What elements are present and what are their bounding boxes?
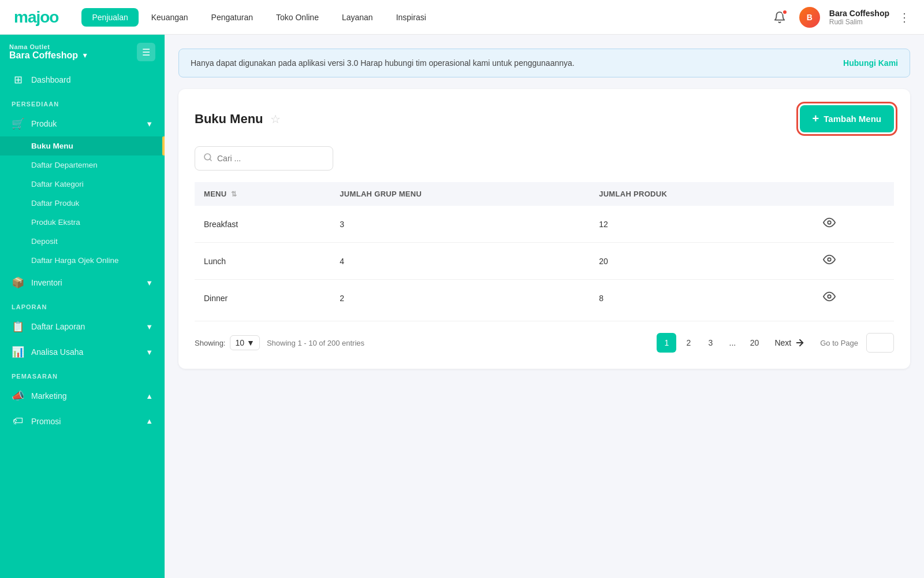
goto-input[interactable]	[866, 333, 894, 353]
add-menu-button[interactable]: + Tambah Menu	[800, 105, 894, 132]
pagination-row: Showing: 10 ▼ Showing 1 - 10 of 200 entr…	[195, 321, 894, 353]
sidebar-item-label: Dashboard	[31, 75, 71, 84]
sidebar-item-daftar-kategori[interactable]: Daftar Kategori	[0, 175, 165, 194]
sidebar-menu-icon[interactable]: ☰	[137, 43, 155, 61]
sidebar-item-dashboard[interactable]: ⊞ Dashboard	[0, 67, 165, 92]
promosi-icon: 🏷	[12, 415, 24, 427]
search-icon	[203, 153, 213, 164]
sidebar-item-daftar-harga-ojek-online[interactable]: Daftar Harga Ojek Online	[0, 251, 165, 270]
next-label: Next	[774, 338, 791, 347]
chevron-down-icon: ▼	[146, 323, 153, 331]
per-page-select[interactable]: 10 ▼	[230, 335, 259, 350]
section-laporan: LAPORAN	[0, 295, 165, 314]
dashboard-icon: ⊞	[12, 73, 24, 86]
sidebar-item-daftar-departemen[interactable]: Daftar Departemen	[0, 155, 165, 175]
per-page-value: 10	[235, 338, 244, 347]
page-title: Buku Menu	[195, 112, 263, 127]
pagination-ellipsis: ...	[722, 333, 742, 353]
view-icon[interactable]	[823, 292, 836, 305]
cell-jumlah-produk: 8	[590, 280, 813, 317]
cell-action	[814, 243, 894, 280]
page-btn-2[interactable]: 2	[679, 333, 698, 353]
svg-line-1	[210, 159, 211, 161]
cell-menu: Dinner	[195, 280, 330, 317]
menu-table: MENU ⇅ JUMLAH GRUP MENU JUMLAH PRODUK Br…	[195, 182, 894, 316]
section-persediaan: PERSEDIAAN	[0, 92, 165, 111]
sidebar-item-analisa-usaha[interactable]: 📊 Analisa Usaha ▼	[0, 339, 165, 365]
avatar[interactable]: B	[799, 7, 820, 28]
favorite-icon[interactable]: ☆	[270, 112, 281, 126]
sidebar: Nama Outlet Bara Coffeshop ▼ ☰ ⊞ Dashboa…	[0, 35, 165, 578]
chevron-down-icon: ▼	[146, 279, 153, 287]
search-input[interactable]	[217, 154, 325, 163]
plus-icon: +	[813, 112, 819, 125]
sidebar-item-label: Marketing	[31, 391, 66, 401]
main-layout: Nama Outlet Bara Coffeshop ▼ ☰ ⊞ Dashboa…	[0, 35, 924, 578]
sidebar-item-daftar-laporan[interactable]: 📋 Daftar Laporan ▼	[0, 314, 165, 339]
pagination-numbers: 123...20	[657, 333, 764, 353]
user-name: Bara Coffeshop	[829, 9, 889, 18]
main-content: Hanya dapat digunakan pada aplikasi vers…	[165, 35, 924, 578]
cell-jumlah-grup-menu: 3	[330, 206, 590, 243]
cell-action	[814, 280, 894, 317]
chevron-down-icon: ▼	[247, 338, 255, 347]
cell-menu: Lunch	[195, 243, 330, 280]
produk-icon: 🛒	[12, 117, 24, 130]
nav-item-inspirasi[interactable]: Inspirasi	[386, 8, 437, 27]
cell-jumlah-produk: 20	[590, 243, 813, 280]
col-jumlah-produk: JUMLAH PRODUK	[590, 182, 813, 206]
add-button-label: Tambah Menu	[824, 114, 881, 124]
cell-jumlah-produk: 12	[590, 206, 813, 243]
sidebar-item-produk[interactable]: 🛒 Produk ▼	[0, 111, 165, 136]
card-title-row: Buku Menu ☆	[195, 112, 281, 127]
showing-label: Showing:	[195, 339, 225, 347]
outlet-label: Nama Outlet	[9, 43, 88, 50]
inventori-icon: 📦	[12, 276, 24, 289]
nav-item-keuangan[interactable]: Keuangan	[141, 8, 199, 27]
sidebar-item-deposit[interactable]: Deposit	[0, 232, 165, 251]
col-jumlah-grup-menu: JUMLAH GRUP MENU	[330, 182, 590, 206]
topnav-right: B Bara Coffeshop Rudi Salim ⋮	[769, 7, 910, 28]
col-menu-label: MENU	[204, 190, 226, 198]
sidebar-item-marketing[interactable]: 📣 Marketing ▲	[0, 383, 165, 409]
table-row: Dinner 2 8	[195, 280, 894, 317]
page-btn-1[interactable]: 1	[657, 333, 676, 353]
cell-jumlah-grup-menu: 2	[330, 280, 590, 317]
nav-item-pengaturan[interactable]: Pengaturan	[201, 8, 263, 27]
chevron-up-icon: ▲	[146, 417, 153, 425]
sidebar-item-promosi[interactable]: 🏷 Promosi ▲	[0, 409, 165, 433]
more-options-icon[interactable]: ⋮	[899, 10, 910, 24]
nav-item-toko online[interactable]: Toko Online	[266, 8, 329, 27]
view-icon[interactable]	[823, 255, 836, 268]
cell-jumlah-grup-menu: 4	[330, 243, 590, 280]
goto-label: Go to Page	[820, 339, 858, 347]
outlet-name[interactable]: Bara Coffeshop ▼	[9, 50, 88, 61]
view-icon[interactable]	[823, 218, 836, 231]
topnav: majoo PenjualanKeuanganPengaturanToko On…	[0, 0, 924, 35]
laporan-icon: 📋	[12, 320, 24, 333]
page-btn-20[interactable]: 20	[744, 333, 764, 353]
chevron-up-icon: ▲	[146, 392, 153, 401]
col-menu[interactable]: MENU ⇅	[195, 182, 330, 206]
chevron-down-icon: ▼	[81, 51, 88, 60]
sidebar-item-produk-ekstra[interactable]: Produk Ekstra	[0, 213, 165, 232]
page-btn-3[interactable]: 3	[701, 333, 720, 353]
card-header: Buku Menu ☆ + Tambah Menu	[195, 105, 894, 132]
table-row: Breakfast 3 12	[195, 206, 894, 243]
nav-item-penjualan[interactable]: Penjualan	[81, 8, 138, 27]
svg-point-4	[828, 295, 831, 298]
sidebar-item-buku-menu[interactable]: Buku Menu	[0, 136, 165, 155]
table-header-row: MENU ⇅ JUMLAH GRUP MENU JUMLAH PRODUK	[195, 182, 894, 206]
user-sub: Rudi Salim	[829, 18, 889, 26]
notification-icon[interactable]	[769, 7, 790, 28]
search-row	[195, 146, 894, 171]
info-banner-text: Hanya dapat digunakan pada aplikasi vers…	[191, 58, 575, 68]
nav-item-layanan[interactable]: Layanan	[331, 8, 383, 27]
outlet-selector: Nama Outlet Bara Coffeshop ▼ ☰	[0, 35, 165, 67]
chevron-down-icon: ▼	[146, 120, 153, 128]
marketing-icon: 📣	[12, 390, 24, 402]
sidebar-item-inventori[interactable]: 📦 Inventori ▼	[0, 270, 165, 295]
next-button[interactable]: Next	[769, 334, 811, 351]
info-banner-link[interactable]: Hubungi Kami	[843, 58, 898, 68]
sidebar-item-daftar-produk[interactable]: Daftar Produk	[0, 194, 165, 213]
